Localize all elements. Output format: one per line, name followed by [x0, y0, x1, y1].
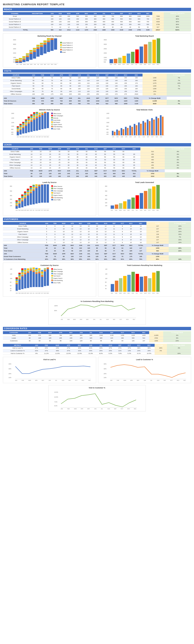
svg-rect-127	[17, 128, 19, 129]
svg-rect-351	[51, 199, 53, 200]
conversion-metrics-table: METRICS JAN FEB MAR APR MAY JUN JUL AUG …	[3, 344, 191, 355]
col-feb: FEB	[56, 12, 64, 15]
svg-rect-442	[44, 272, 46, 286]
svg-rect-278	[18, 200, 21, 201]
svg-rect-58	[51, 38, 54, 40]
svg-text:MAY: MAY	[127, 210, 130, 211]
table-row: Direct Traffic15202530354045505560655108…	[3, 150, 191, 153]
total-row: TOTAL 5054101012111014701520168019302140…	[3, 28, 191, 31]
svg-rect-325	[47, 184, 49, 203]
svg-rect-430	[35, 271, 38, 272]
svg-rect-22	[26, 57, 29, 61]
svg-rect-405	[21, 276, 24, 289]
svg-rect-231	[127, 128, 128, 135]
conv-col-apr: APR	[55, 331, 66, 334]
svg-rect-180	[39, 114, 41, 115]
svg-text:DEC: DEC	[47, 136, 49, 138]
svg-text:Paid Search: Paid Search	[53, 192, 60, 194]
col-dec: DEC	[143, 12, 152, 15]
cust-col-oct: OCT	[118, 222, 127, 225]
svg-text:JUN: JUN	[134, 136, 136, 138]
svg-rect-205	[51, 117, 53, 118]
pct-marketing-title: % Customers Resulting from Marketing	[50, 300, 144, 302]
svg-text:1400: 1400	[11, 118, 14, 119]
svg-text:APR: APR	[27, 64, 29, 65]
svg-text:OCT: OCT	[41, 136, 44, 138]
svg-text:100: 100	[10, 278, 12, 279]
page-title: MARKETING CAMPAIGN REPORT TEMPLATE	[3, 3, 191, 6]
svg-text:MAR: MAR	[29, 380, 31, 381]
svg-rect-420	[27, 268, 29, 270]
svg-rect-426	[33, 269, 35, 270]
leads-by-source-title: Leads by Source	[5, 182, 94, 184]
svg-rect-462	[51, 270, 53, 272]
cust-col-jul: JUL	[93, 222, 101, 225]
cust-grand-subheader: JAN FEBMARAPRMAYJUNJULAUGSEPOCTNOVDEC TO…	[3, 252, 191, 256]
svg-rect-490	[152, 272, 155, 292]
svg-rect-398	[18, 280, 21, 290]
visits-col-change: % Change MoM	[167, 74, 191, 76]
svg-text:APR: APR	[123, 292, 126, 294]
cust-col-may: MAY	[76, 222, 85, 225]
svg-text:1600: 1600	[11, 113, 14, 114]
svg-text:FEB: FEB	[20, 136, 22, 138]
svg-text:OCT: OCT	[119, 319, 122, 320]
table-row: Organic Search58101213151012118151813720…	[3, 230, 191, 233]
table-row: Other Campaign10152025303540455055606545…	[3, 164, 191, 167]
svg-text:OCT: OCT	[41, 210, 44, 211]
svg-text:JUN: JUN	[131, 64, 133, 65]
svg-text:300: 300	[105, 198, 107, 200]
svg-rect-29	[30, 51, 33, 52]
svg-text:DEC: DEC	[47, 292, 49, 294]
svg-rect-91	[109, 59, 113, 63]
svg-text:1500: 1500	[104, 57, 107, 58]
cust-by-source-title: Customers by Source	[5, 264, 94, 266]
svg-text:30%: 30%	[9, 368, 11, 370]
svg-rect-8	[16, 61, 19, 62]
svg-rect-298	[27, 192, 29, 193]
svg-text:AUG: AUG	[35, 292, 38, 294]
svg-text:JUN: JUN	[34, 64, 36, 65]
svg-rect-184	[41, 112, 44, 113]
svg-rect-131	[20, 129, 22, 130]
svg-rect-438	[41, 275, 43, 277]
total-leads-chart: Total Leads Generated 600 500 400 300 20…	[98, 180, 191, 216]
leads-col-oct: OCT	[110, 147, 119, 150]
met-col-apr: APR	[63, 344, 74, 347]
svg-text:SEP: SEP	[113, 319, 115, 320]
svg-rect-289	[24, 197, 26, 198]
svg-rect-283	[21, 199, 24, 200]
svg-rect-394	[16, 281, 18, 282]
svg-rect-293	[24, 193, 26, 194]
svg-rect-408	[21, 272, 24, 274]
svg-text:600: 600	[10, 186, 12, 187]
svg-text:DEC: DEC	[54, 64, 57, 65]
cust-col-dec: DEC	[135, 222, 146, 225]
svg-text:1200: 1200	[106, 118, 109, 119]
svg-rect-242	[151, 118, 153, 136]
svg-rect-339	[51, 185, 53, 187]
svg-text:SEP: SEP	[44, 64, 46, 65]
svg-rect-411	[21, 268, 24, 270]
visit-to-customer-title: Visit to Customer %	[50, 387, 144, 389]
svg-rect-305	[30, 190, 32, 190]
svg-text:AUG: AUG	[40, 64, 43, 65]
cust-online-row: Total Online 406480961041208096775610512…	[3, 250, 191, 252]
svg-text:10%: 10%	[9, 377, 11, 378]
svg-rect-134	[20, 126, 22, 127]
svg-text:AUG: AUG	[157, 380, 159, 381]
svg-rect-201	[51, 113, 53, 114]
svg-rect-130	[20, 130, 22, 134]
svg-text:JUN: JUN	[30, 210, 32, 211]
visits-col-oct: OCT	[112, 74, 121, 76]
svg-text:APR: APR	[123, 210, 126, 211]
svg-text:10.0%: 10.0%	[54, 396, 58, 398]
svg-rect-402	[18, 275, 21, 276]
svg-text:Email Marketing: Email Marketing	[53, 126, 62, 128]
table-row: Visits4505706907608059009951040113512551…	[3, 334, 191, 337]
svg-text:600: 600	[106, 129, 108, 130]
svg-text:DEC: DEC	[156, 64, 159, 65]
svg-rect-151	[28, 124, 30, 132]
svg-rect-237	[140, 124, 141, 136]
svg-rect-38	[37, 47, 40, 49]
